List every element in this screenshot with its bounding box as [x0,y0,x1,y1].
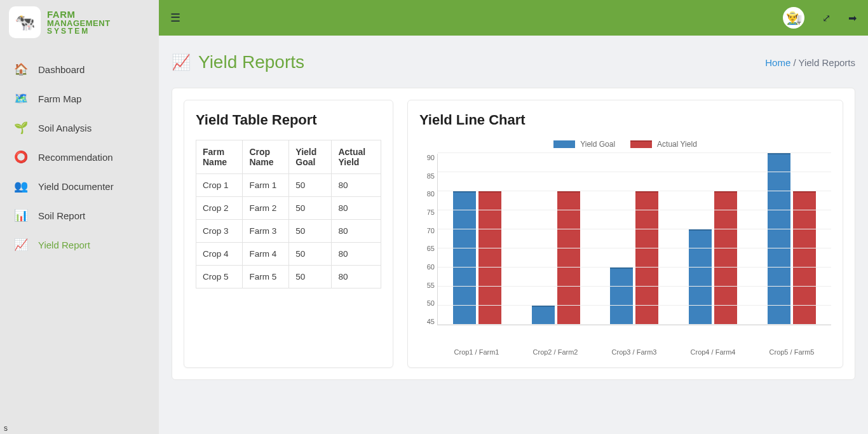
legend-swatch [553,140,575,148]
stray-char: s [4,424,8,433]
table-cell: 50 [289,243,332,266]
sidebar-item-recommendation[interactable]: ⭕Recommendation [0,142,159,172]
logo-icon: 🐄 [9,6,41,38]
table-cell: Crop 3 [196,220,243,243]
grid-line [438,229,831,229]
sidebar: 🐄 FARM MANAGEMENT SYSTEM 🏠Dashboard🗺️Far… [0,0,159,434]
breadcrumb-sep: / [790,57,798,68]
chart-legend: Yield GoalActual Yield [419,140,831,149]
bar-group [438,154,517,325]
table-cell: 50 [289,220,332,243]
y-tick: 45 [427,318,435,325]
grid-line [438,286,831,287]
soil-report-icon: 📊 [13,208,29,222]
chart-card-title: Yield Line Chart [419,112,831,128]
soil-analysis-icon: 🌱 [13,121,29,135]
bar [532,306,555,325]
chart-plot [437,154,831,325]
table-card: Yield Table Report Farm NameCrop NameYie… [184,100,393,368]
yield-table: Farm NameCrop NameYield GoalActual Yield… [196,140,381,288]
y-tick: 80 [427,190,435,198]
table-cell: 80 [332,174,381,197]
table-cell: 80 [332,266,381,288]
legend-label: Actual Yield [657,140,697,149]
table-row: Crop 2Farm 25080 [196,197,381,220]
grid-line [438,305,831,306]
sidebar-item-farm-map[interactable]: 🗺️Farm Map [0,84,159,113]
legend-swatch [630,140,652,148]
dashboard-icon: 🏠 [13,62,29,76]
y-tick: 75 [427,208,435,216]
table-cell: 50 [289,266,332,288]
table-cell: Farm 1 [243,174,289,197]
menu-toggle-icon[interactable]: ☰ [170,11,180,25]
table-row: Crop 1Farm 15080 [196,174,381,197]
x-tick: Crop1 / Farm1 [437,344,516,356]
table-row: Crop 4Farm 45080 [196,243,381,266]
table-header: Yield Goal [289,140,332,174]
grid-line [438,172,831,172]
sidebar-item-label: Farm Map [38,93,81,104]
table-cell: Crop 2 [196,197,243,220]
sidebar-item-label: Recommendation [38,152,113,163]
table-cell: Farm 5 [243,266,289,288]
logout-icon[interactable]: ➡ [848,12,857,24]
main: ☰ 👨‍🌾 ⤢ ➡ 📈 Yield Reports Home / Yield R… [159,0,868,434]
table-cell: Crop 5 [196,266,243,288]
logo-text-3: SYSTEM [47,27,111,35]
recommendation-icon: ⭕ [13,150,29,164]
bar [610,268,633,325]
sidebar-item-label: Yield Report [38,240,90,250]
sidebar-item-label: Soil Analysis [38,123,92,133]
grid-line [438,324,831,325]
table-header: Actual Yield [332,140,381,174]
table-cell: 50 [289,174,332,197]
sidebar-item-dashboard[interactable]: 🏠Dashboard [0,55,159,84]
sidebar-nav: 🏠Dashboard🗺️Farm Map🌱Soil Analysis⭕Recom… [0,44,159,269]
yield-report-icon: 📈 [13,238,29,252]
bar-group [674,154,752,325]
table-cell: 80 [332,243,381,266]
table-header: Crop Name [243,140,289,174]
avatar[interactable]: 👨‍🌾 [783,7,804,29]
sidebar-item-label: Yield Documenter [38,181,114,192]
table-row: Crop 3Farm 35080 [196,220,381,243]
bar-group [752,154,831,325]
breadcrumb-current: Yield Reports [799,57,856,68]
bar-group [595,154,674,325]
sidebar-item-soil-analysis[interactable]: 🌱Soil Analysis [0,113,159,142]
sidebar-item-label: Dashboard [38,64,85,75]
grid-line [438,267,831,268]
legend-label: Yield Goal [580,140,615,149]
yield-documenter-icon: 👥 [13,179,29,193]
sidebar-item-yield-report[interactable]: 📈Yield Report [0,230,159,259]
grid-line [438,248,831,248]
table-cell: Crop 1 [196,174,243,197]
sidebar-item-soil-report[interactable]: 📊Soil Report [0,201,159,230]
breadcrumb-home-link[interactable]: Home [765,57,790,68]
table-cell: Farm 3 [243,220,289,243]
x-tick: Crop3 / Farm3 [595,344,674,356]
page-title: Yield Reports [198,52,304,72]
sidebar-item-label: Soil Report [38,210,85,221]
topbar: ☰ 👨‍🌾 ⤢ ➡ [159,0,868,36]
y-tick: 60 [427,263,435,271]
bar-group [517,154,595,325]
chart-y-axis: 90858075706560555045 [419,154,437,325]
y-tick: 65 [427,245,435,252]
logo-text-1: FARM [47,10,111,19]
chart-card: Yield Line Chart Yield GoalActual Yield … [407,100,843,368]
y-tick: 70 [427,227,435,234]
y-tick: 50 [427,299,435,307]
sidebar-item-yield-documenter[interactable]: 👥Yield Documenter [0,172,159,201]
fullscreen-icon[interactable]: ⤢ [822,12,831,24]
grid-line [438,191,831,191]
x-tick: Crop2 / Farm2 [516,344,595,356]
chart-x-axis: Crop1 / Farm1Crop2 / Farm2Crop3 / Farm3C… [437,344,831,356]
table-header: Farm Name [196,140,243,174]
farm-map-icon: 🗺️ [13,92,29,105]
y-tick: 55 [427,281,435,289]
chart-icon: 📈 [172,53,191,71]
grid-line [438,153,831,153]
table-cell: Farm 2 [243,197,289,220]
